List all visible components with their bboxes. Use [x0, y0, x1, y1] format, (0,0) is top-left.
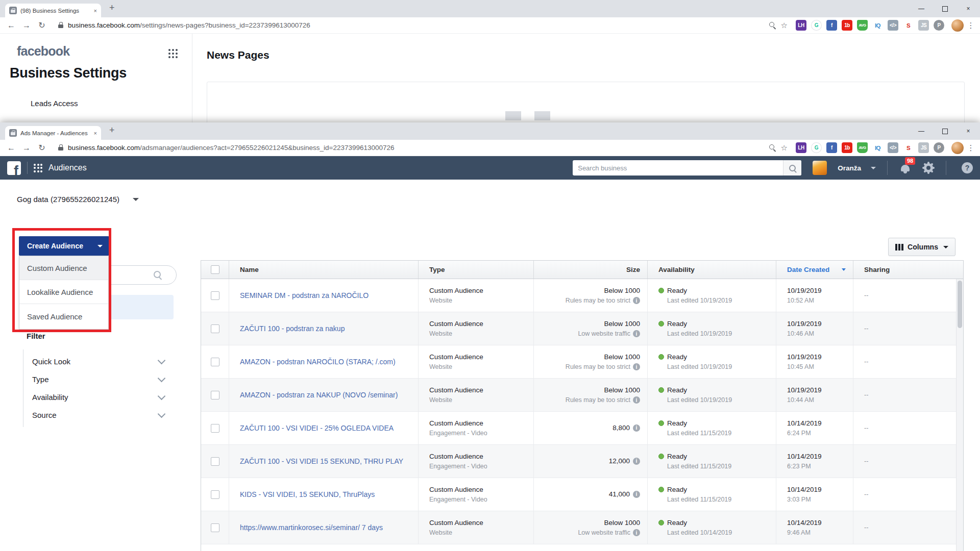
column-header-sharing[interactable]: Sharing — [853, 261, 963, 279]
close-button[interactable]: × — [957, 122, 980, 140]
info-icon[interactable]: i — [633, 330, 640, 337]
forward-button[interactable]: → — [20, 21, 33, 30]
filter-type[interactable]: Type — [23, 370, 173, 388]
audience-name-link[interactable]: AMAZON - podstran za NAKUP (NOVO /semina… — [240, 391, 418, 399]
address-bar[interactable]: business.facebook.com/settings/news-page… — [51, 21, 764, 29]
extension-seo-icon[interactable]: S — [903, 142, 914, 153]
browser-menu-icon[interactable]: ⋮ — [967, 21, 975, 30]
column-header-size[interactable]: Size — [533, 261, 647, 279]
row-checkbox[interactable] — [211, 457, 219, 466]
new-tab-button[interactable]: + — [109, 125, 115, 136]
bookmark-star-icon[interactable]: ☆ — [781, 143, 788, 153]
audience-name-link[interactable]: ZAČUTI 100 - VSI VIDEI 15 SEKUND, THRU P… — [240, 457, 418, 465]
info-icon[interactable]: i — [633, 363, 640, 370]
sidebar-item-leads-access[interactable]: Leads Access — [31, 99, 78, 108]
filter-availability[interactable]: Availability — [23, 388, 173, 406]
audience-name-link[interactable]: ZAČUTI 100 - podstran za nakup — [240, 324, 418, 333]
reload-button[interactable]: ↻ — [36, 20, 48, 30]
reload-button[interactable]: ↻ — [36, 143, 48, 153]
extension-pinterest-icon[interactable]: P — [934, 20, 944, 31]
extension-lighthouse-icon[interactable]: LH — [796, 142, 806, 153]
tab-close-icon[interactable]: × — [94, 8, 97, 14]
extension-grammarly-icon[interactable]: G — [811, 20, 822, 31]
audience-name-link[interactable]: AMAZON - podstran NAROČILO (STARA; /.com… — [240, 358, 418, 366]
extension-js-icon[interactable]: JS — [918, 142, 929, 153]
profile-avatar[interactable] — [813, 161, 827, 175]
filter-quick-look[interactable]: Quick Look — [23, 353, 173, 370]
back-button[interactable]: ← — [5, 21, 17, 30]
create-audience-button[interactable]: Create Audience — [19, 236, 109, 256]
columns-button[interactable]: Columns — [888, 238, 955, 256]
filter-source[interactable]: Source — [23, 406, 173, 424]
extension-seo-icon[interactable]: S — [903, 20, 914, 31]
extension-code-icon[interactable]: </> — [888, 20, 898, 31]
apps-grid-icon[interactable] — [34, 164, 42, 172]
audience-name-link[interactable]: SEMINAR DM - podstran za NAROČILO — [240, 291, 418, 299]
info-icon[interactable]: i — [633, 297, 640, 304]
extension-code-icon[interactable]: </> — [888, 142, 898, 153]
back-button[interactable]: ← — [5, 143, 17, 153]
column-header-type[interactable]: Type — [418, 261, 533, 279]
menu-item-custom-audience[interactable]: Custom Audience — [19, 256, 108, 280]
info-icon[interactable]: i — [633, 396, 640, 404]
scrollbar-thumb[interactable] — [958, 281, 962, 328]
extension-grammarly-icon[interactable]: G — [811, 142, 822, 153]
facebook-logo[interactable]: f — [7, 161, 21, 175]
extension-vidiq-icon[interactable]: IQ — [872, 142, 883, 153]
browser-tab[interactable]: (98) Business Settings × — [5, 4, 101, 17]
row-checkbox[interactable] — [211, 291, 219, 300]
column-header-date-created[interactable]: Date Created — [776, 261, 853, 279]
apps-grid-icon[interactable] — [168, 49, 178, 58]
row-checkbox[interactable] — [211, 358, 219, 366]
info-icon[interactable]: i — [633, 424, 640, 432]
extension-facebook-icon[interactable]: f — [826, 142, 837, 153]
tab-close-icon[interactable]: × — [94, 130, 97, 136]
row-checkbox[interactable] — [211, 523, 219, 532]
audience-name-link[interactable]: https://www.martinkorosec.si/seminar/ 7 … — [240, 523, 418, 532]
notifications-bell-icon[interactable]: 98 — [899, 161, 912, 174]
extension-tubebuddy-icon[interactable]: 1b — [842, 20, 852, 31]
extension-js-icon[interactable]: JS — [918, 20, 929, 31]
info-icon[interactable]: i — [633, 458, 640, 465]
settings-gear-icon[interactable] — [922, 162, 935, 174]
search-button[interactable] — [783, 160, 801, 176]
extension-tubebuddy-icon[interactable]: 1b — [842, 142, 852, 153]
browser-menu-icon[interactable]: ⋮ — [967, 143, 975, 153]
table-scrollbar[interactable] — [956, 279, 963, 551]
profile-name[interactable]: Oranža — [838, 164, 861, 172]
column-header-availability[interactable]: Availability — [647, 261, 776, 279]
audience-name-link[interactable]: KIDS - VSI VIDEI, 15 SEKUND, ThruPlays — [240, 490, 418, 498]
menu-item-saved-audience[interactable]: Saved Audience — [19, 304, 108, 329]
extension-vidiq-icon[interactable]: IQ — [872, 20, 883, 31]
account-selector[interactable]: Gog data (279655226021245) — [17, 195, 139, 204]
info-icon[interactable]: i — [633, 529, 640, 536]
extension-pinterest-icon[interactable]: P — [934, 142, 944, 153]
select-all-checkbox[interactable] — [211, 265, 219, 274]
minimize-button[interactable]: — — [910, 0, 933, 17]
zoom-icon[interactable] — [769, 144, 776, 152]
new-tab-button[interactable]: + — [109, 3, 115, 13]
address-bar[interactable]: business.facebook.com/adsmanager/audienc… — [51, 144, 764, 152]
row-checkbox[interactable] — [211, 424, 219, 433]
help-icon[interactable]: ? — [962, 162, 973, 173]
bookmark-star-icon[interactable]: ☆ — [781, 21, 788, 30]
minimize-button[interactable]: — — [910, 122, 933, 140]
zoom-icon[interactable] — [769, 21, 776, 29]
extension-avg-icon[interactable]: AVG — [857, 142, 868, 153]
extension-lighthouse-icon[interactable]: LH — [796, 20, 806, 31]
browser-profile-avatar[interactable] — [951, 142, 964, 154]
row-checkbox[interactable] — [211, 391, 219, 399]
menu-item-lookalike-audience[interactable]: Lookalike Audience — [19, 280, 108, 304]
audience-name-link[interactable]: ZAČUTI 100 - VSI VIDEI - 25% OGLEDA VIDE… — [240, 424, 418, 432]
restore-button[interactable] — [933, 0, 957, 17]
browser-tab[interactable]: Ads Manager - Audiences × — [5, 126, 101, 140]
forward-button[interactable]: → — [20, 143, 33, 153]
column-header-name[interactable]: Name — [229, 261, 418, 279]
chevron-down-icon[interactable] — [871, 167, 876, 169]
row-checkbox[interactable] — [211, 490, 219, 499]
restore-button[interactable] — [933, 122, 957, 140]
row-checkbox[interactable] — [211, 324, 219, 333]
browser-profile-avatar[interactable] — [951, 19, 964, 32]
extension-avg-icon[interactable]: AVG — [857, 20, 868, 31]
close-button[interactable]: × — [957, 0, 980, 17]
